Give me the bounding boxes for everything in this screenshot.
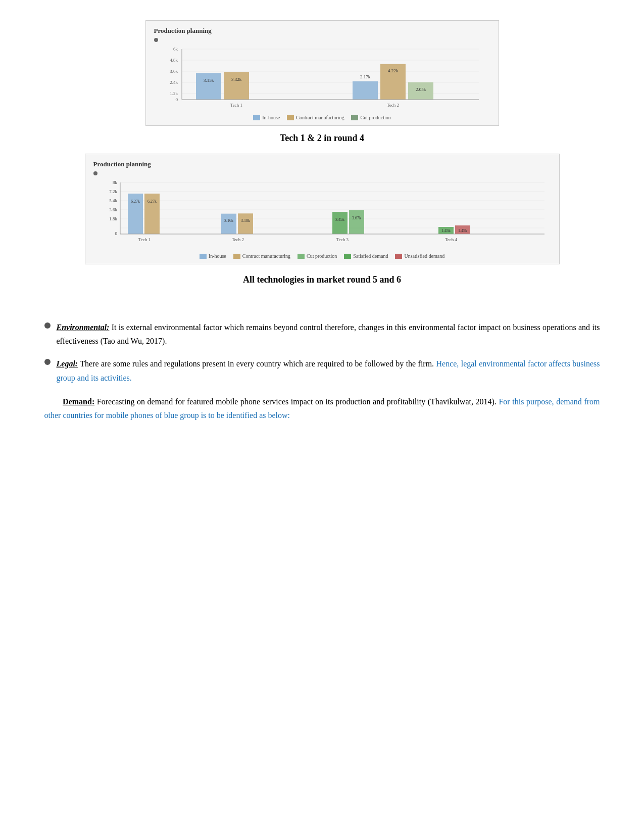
bullet-dot-legal: [44, 359, 51, 365]
bullet-legal-text: Legal: There are some rules and regulati…: [57, 357, 600, 384]
svg-text:6k: 6k: [173, 47, 178, 52]
svg-text:4.22k: 4.22k: [387, 68, 398, 73]
legend-cut-color: [351, 115, 358, 120]
svg-text:2.17k: 2.17k: [360, 74, 370, 79]
chart2-title: Production planning: [93, 160, 551, 168]
svg-text:0: 0: [175, 97, 178, 102]
svg-text:1.45k: 1.45k: [441, 228, 451, 233]
svg-text:3.16k: 3.16k: [224, 218, 233, 223]
svg-text:7.2k: 7.2k: [109, 189, 117, 194]
svg-text:6.27k: 6.27k: [147, 199, 157, 204]
legend-contract: Contract manufacturing: [287, 115, 344, 120]
svg-text:8k: 8k: [113, 180, 118, 185]
svg-text:3.32k: 3.32k: [231, 77, 241, 82]
legend2-cut-color: [298, 254, 305, 259]
chart2-caption: All technologies in market round 5 and 6: [44, 274, 600, 285]
bullet-environmental: Environmental: It is external environmen…: [44, 320, 600, 348]
legend2-contract: Contract manufacturing: [233, 253, 290, 259]
legend-contract-color: [287, 115, 294, 120]
legend-inhouse-color: [253, 115, 260, 120]
svg-text:Tech 1: Tech 1: [138, 237, 150, 242]
svg-rect-12: [196, 73, 221, 100]
legend-cut: Cut production: [351, 115, 390, 120]
svg-text:Tech 3: Tech 3: [336, 237, 349, 242]
svg-rect-47: [332, 212, 348, 234]
chart1-svg: 6k 4.8k 3.6k 2.4k 1.2k 0 3.15k 3.32k 2.1…: [154, 44, 490, 110]
legend2-contract-color: [233, 254, 240, 259]
legend-cut-label: Cut production: [360, 115, 390, 120]
svg-text:1.2k: 1.2k: [170, 91, 178, 96]
spacer: [44, 295, 600, 310]
legend2-inhouse-label: In-house: [209, 253, 226, 259]
demand-paragraph: Demand: Forecasting on demand for featur…: [44, 395, 600, 422]
svg-text:Tech 2: Tech 2: [386, 103, 399, 108]
legend2-inhouse: In-house: [200, 253, 226, 259]
legend2-inhouse-color: [200, 254, 207, 259]
svg-text:Tech 2: Tech 2: [231, 237, 243, 242]
svg-text:4.8k: 4.8k: [170, 58, 178, 63]
svg-text:1.45k: 1.45k: [458, 228, 467, 233]
svg-text:2.4k: 2.4k: [170, 80, 178, 85]
demand-section: Demand: Forecasting on demand for featur…: [44, 395, 600, 422]
legend2-satisfied-label: Satisfied demand: [353, 253, 388, 259]
chart2-container: Production planning 8k 7.2k 5.4k 3.6k 1.…: [44, 154, 600, 264]
svg-rect-16: [353, 81, 378, 100]
chart1-title: Production planning: [154, 27, 490, 35]
chart1-container: Production planning 6k 4.8k 3.6k 2.4k 1.…: [44, 20, 600, 126]
svg-text:2.05k: 2.05k: [415, 87, 426, 92]
legend-inhouse-label: In-house: [262, 115, 280, 120]
environmental-body: It is external environmental factor whic…: [57, 323, 600, 345]
svg-rect-49: [349, 210, 364, 234]
legend2-unsatisfied: Unsatisfied demand: [395, 253, 444, 259]
chart1-box: Production planning 6k 4.8k 3.6k 2.4k 1.…: [145, 20, 499, 126]
chart2-svg: 8k 7.2k 5.4k 3.6k 1.8k 0 6.27k 6.27k 3.1…: [93, 177, 551, 248]
svg-text:5.4k: 5.4k: [109, 198, 117, 203]
bullet-list: Environmental: It is external environmen…: [44, 320, 600, 385]
svg-text:0: 0: [115, 231, 117, 236]
chart1-settings-row: [154, 38, 490, 42]
svg-text:Tech 1: Tech 1: [230, 103, 242, 108]
demand-text-black: Forecasting on demand for featured mobil…: [94, 397, 499, 406]
legal-label: Legal:: [57, 359, 78, 368]
svg-text:3.18k: 3.18k: [241, 218, 250, 223]
legal-body-black: There are some rules and regulations pre…: [78, 359, 436, 368]
legend2-satisfied: Satisfied demand: [344, 253, 388, 259]
chart1-caption: Tech 1 & 2 in round 4: [44, 133, 600, 144]
chart2-settings-row: [93, 171, 551, 175]
chart2-box: Production planning 8k 7.2k 5.4k 3.6k 1.…: [85, 154, 560, 264]
svg-text:3.6k: 3.6k: [109, 207, 117, 212]
legend2-contract-label: Contract manufacturing: [242, 253, 290, 259]
settings-dot2-icon: [93, 171, 97, 175]
legend2-cut-label: Cut production: [307, 253, 337, 259]
demand-label: Demand:: [63, 397, 94, 406]
settings-dot-icon: [154, 38, 158, 42]
svg-text:3.67k: 3.67k: [352, 216, 361, 220]
svg-text:1.8k: 1.8k: [109, 216, 117, 221]
page-content: Production planning 6k 4.8k 3.6k 2.4k 1.…: [44, 20, 600, 422]
svg-rect-14: [224, 72, 249, 100]
bullet-dot-environmental: [44, 322, 51, 329]
environmental-label: Environmental:: [57, 323, 110, 332]
legend2-satisfied-color: [344, 254, 351, 259]
chart2-legend: In-house Contract manufacturing Cut prod…: [93, 253, 551, 259]
svg-text:3.15k: 3.15k: [203, 78, 214, 83]
legend-contract-label: Contract manufacturing: [296, 115, 344, 120]
bullet-legal: Legal: There are some rules and regulati…: [44, 357, 600, 384]
svg-text:3.45k: 3.45k: [335, 217, 344, 222]
legend2-cut: Cut production: [298, 253, 337, 259]
svg-rect-45: [238, 213, 253, 234]
legend-inhouse: In-house: [253, 115, 280, 120]
svg-text:Tech 4: Tech 4: [444, 237, 457, 242]
legend2-unsatisfied-color: [395, 254, 402, 259]
svg-text:6.27k: 6.27k: [131, 199, 140, 204]
legend2-unsatisfied-label: Unsatisfied demand: [404, 253, 444, 259]
svg-rect-43: [221, 214, 236, 234]
svg-text:3.6k: 3.6k: [170, 69, 178, 74]
chart1-legend: In-house Contract manufacturing Cut prod…: [154, 115, 490, 120]
bullet-environmental-text: Environmental: It is external environmen…: [57, 320, 600, 348]
